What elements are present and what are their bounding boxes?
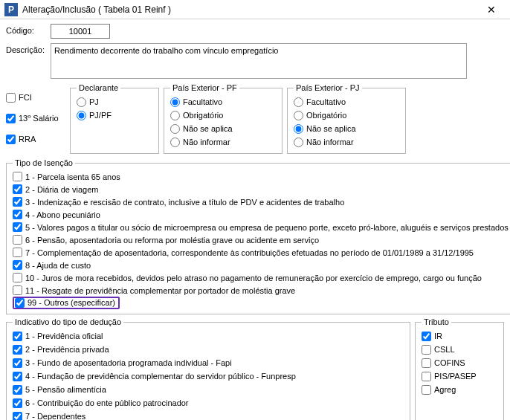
titlebar: P Alteração/Inclusão ( Tabela 01 Reinf )…	[0, 0, 510, 19]
declarante-legend: Declarante	[77, 83, 120, 92]
declarante-pjpf-radio[interactable]	[77, 111, 86, 120]
pais-pf-obrigatorio-radio[interactable]	[170, 111, 180, 120]
deducao-1-checkbox[interactable]	[13, 332, 22, 341]
declarante-group: Declarante PJ PJ/PF	[70, 83, 159, 154]
isencao-4-label: 4 - Abono pecuniário	[25, 210, 100, 219]
isencao-11-checkbox[interactable]	[13, 285, 22, 295]
pais-pj-facultativo-radio[interactable]	[294, 97, 303, 107]
decimo-checkbox[interactable]	[6, 114, 16, 123]
isencao-4-checkbox[interactable]	[13, 210, 22, 219]
isencao-2-label: 2 - Diária de viagem	[25, 185, 98, 194]
pais-pf-facultativo-radio[interactable]	[170, 97, 180, 107]
deducao-2-label: 2 - Previdência privada	[25, 345, 109, 354]
isencao-10-checkbox[interactable]	[13, 273, 22, 282]
decimo-label: 13º Salário	[19, 114, 59, 123]
deducao-3-checkbox[interactable]	[13, 358, 22, 368]
isencao-7-label: 7 - Complementação de aposentadoria, cor…	[25, 248, 474, 257]
indicativo-legend: Indicativo do tipo de dedução	[13, 317, 123, 326]
tributo-csll-checkbox[interactable]	[422, 345, 431, 355]
pais-pf-obrigatorio-label: Obrigatório	[183, 111, 223, 120]
pais-pj-facultativo-label: Facultativo	[306, 97, 346, 106]
indicativo-group: Indicativo do tipo de dedução 1 - Previd…	[6, 317, 410, 420]
pais-pj-group: País Exterior - PJ Facultativo Obrigatór…	[287, 83, 406, 154]
isencao-legend: Tipo de Isenção	[13, 158, 75, 167]
tributo-agreg-checkbox[interactable]	[422, 385, 431, 395]
pais-pf-naoinformar-label: Não informar	[183, 138, 230, 146]
pais-pj-naoaplica-radio[interactable]	[294, 124, 303, 134]
deducao-1-label: 1 - Previdência oficial	[25, 332, 103, 340]
pais-pj-naoaplica-label: Não se aplica	[306, 124, 356, 133]
isencao-5-label: 5 - Valores pagos a titular ou sócio de …	[25, 223, 509, 232]
deducao-5-checkbox[interactable]	[13, 385, 22, 395]
isencao-3-checkbox[interactable]	[13, 197, 22, 207]
isencao-99-checkbox[interactable]	[15, 298, 25, 308]
declarante-pjpf-label: PJ/PF	[89, 111, 112, 120]
declarante-pj-radio[interactable]	[77, 97, 86, 107]
pais-pf-naoaplica-radio[interactable]	[170, 124, 180, 134]
deducao-7-label: 7 - Dependentes	[25, 412, 85, 420]
window-title: Alteração/Inclusão ( Tabela 01 Reinf )	[22, 4, 477, 15]
rra-label: RRA	[19, 135, 36, 143]
pais-pf-legend: País Exterior - PF	[170, 83, 239, 92]
descricao-textarea[interactable]: Rendimento decorrente do trabalho com ví…	[51, 43, 467, 79]
isencao-2-checkbox[interactable]	[13, 184, 22, 194]
deducao-7-checkbox[interactable]	[13, 412, 22, 421]
pais-pf-naoaplica-label: Não se aplica	[183, 124, 233, 133]
rra-checkbox[interactable]	[6, 135, 16, 144]
pais-pj-obrigatorio-radio[interactable]	[294, 111, 303, 120]
isencao-10-label: 10 - Juros de mora recebidos, devidos pe…	[25, 274, 482, 282]
deducao-2-checkbox[interactable]	[13, 345, 22, 355]
app-icon: P	[4, 3, 18, 16]
tributo-pis-label: PIS/PASEP	[434, 372, 477, 381]
deducao-5-label: 5 - Pensão alimentícia	[25, 385, 106, 394]
deducao-3-label: 3 - Fundo de aposentadoria programada in…	[25, 358, 232, 367]
codigo-label: Código:	[6, 24, 51, 35]
pais-pj-obrigatorio-label: Obrigatório	[306, 111, 346, 120]
isencao-7-checkbox[interactable]	[13, 248, 22, 257]
fci-label: FCI	[19, 93, 32, 102]
tributo-csll-label: CSLL	[434, 345, 455, 354]
declarante-pj-label: PJ	[89, 97, 99, 106]
isencao-6-checkbox[interactable]	[13, 235, 22, 245]
tributo-legend: Tributo	[422, 317, 451, 326]
tributo-pis-checkbox[interactable]	[422, 372, 431, 381]
pais-pj-naoinformar-radio[interactable]	[294, 138, 303, 147]
fci-checkbox[interactable]	[6, 93, 16, 103]
isencao-11-label: 11 - Resgate de previdência complementar…	[25, 286, 295, 295]
deducao-4-label: 4 - Fundação de previdência complementar…	[25, 372, 296, 381]
tributo-cofins-label: COFINS	[434, 358, 465, 367]
isencao-5-checkbox[interactable]	[13, 222, 22, 232]
isencao-group: Tipo de Isenção 1 - Parcela isenta 65 an…	[6, 158, 510, 314]
content-area: Código: Descrição: Rendimento decorrente…	[0, 19, 510, 420]
descricao-label: Descrição:	[6, 43, 51, 54]
tributo-agreg-label: Agreg	[434, 385, 456, 394]
tributo-ir-checkbox[interactable]	[422, 332, 431, 341]
pais-pf-naoinformar-radio[interactable]	[170, 138, 180, 147]
deducao-4-checkbox[interactable]	[13, 372, 22, 381]
isencao-99-highlight: 99 - Outros (especificar)	[13, 297, 120, 309]
deducao-6-checkbox[interactable]	[13, 398, 22, 408]
pais-pj-naoinformar-label: Não informar	[306, 138, 354, 146]
isencao-8-checkbox[interactable]	[13, 260, 22, 270]
pais-pf-facultativo-label: Facultativo	[183, 97, 222, 106]
pais-pj-legend: País Exterior - PJ	[294, 83, 362, 92]
tributo-ir-label: IR	[434, 332, 442, 340]
isencao-1-checkbox[interactable]	[13, 172, 22, 181]
codigo-input[interactable]	[51, 24, 110, 39]
isencao-3-label: 3 - Indenização e rescisão de contrato, …	[25, 198, 344, 207]
deducao-6-label: 6 - Contribuição do ente público patroci…	[25, 398, 189, 407]
pais-pf-group: País Exterior - PF Facultativo Obrigatór…	[164, 83, 283, 154]
isencao-1-label: 1 - Parcela isenta 65 anos	[25, 172, 120, 181]
isencao-8-label: 8 - Ajuda de custo	[25, 261, 91, 270]
isencao-6-label: 6 - Pensão, aposentadoria ou reforma por…	[25, 236, 319, 245]
isencao-99-label: 99 - Outros (especificar)	[28, 298, 115, 308]
close-button[interactable]: ✕	[477, 4, 506, 16]
tributo-cofins-checkbox[interactable]	[422, 358, 431, 368]
tributo-group: Tributo IR CSLL COFINS PIS/PASEP Agreg	[415, 317, 504, 420]
